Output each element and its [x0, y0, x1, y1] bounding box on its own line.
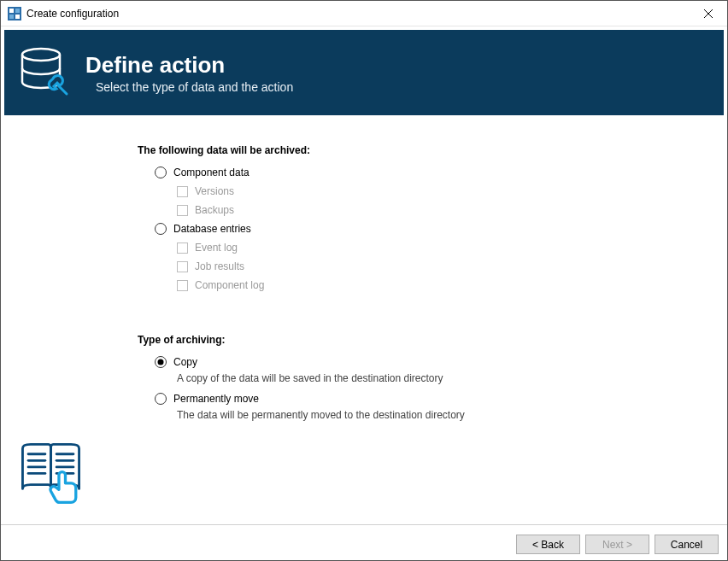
radio-icon [155, 223, 167, 235]
checkbox-backups[interactable]: Backups [177, 204, 710, 216]
next-button[interactable]: Next > [585, 535, 649, 554]
radio-icon [155, 356, 167, 368]
title-bar: Create configuration [1, 1, 727, 26]
checkbox-icon [177, 186, 188, 197]
checkbox-event-log[interactable]: Event log [177, 242, 710, 254]
section-archive-data-title: The following data will be archived: [138, 144, 710, 156]
radio-label: Database entries [173, 223, 251, 235]
desc-move: The data will be permanently moved to th… [177, 409, 710, 421]
radio-label: Component data [173, 167, 250, 178]
svg-rect-2 [15, 9, 20, 13]
back-button[interactable]: < Back [516, 535, 580, 554]
checkbox-icon [177, 243, 188, 254]
radio-label: Copy [173, 356, 197, 368]
database-wrench-icon [13, 43, 77, 102]
content-area: The following data will be archived: Com… [1, 119, 727, 524]
svg-point-7 [22, 49, 60, 61]
radio-copy[interactable]: Copy [155, 356, 710, 368]
close-button[interactable] [689, 1, 727, 26]
radio-icon [155, 167, 167, 178]
radio-component-data[interactable]: Component data [155, 167, 710, 178]
radio-icon [155, 393, 167, 405]
checkbox-label: Backups [195, 204, 234, 216]
checkbox-label: Versions [195, 185, 234, 197]
svg-rect-1 [9, 9, 14, 13]
cancel-button[interactable]: Cancel [655, 535, 719, 554]
checkbox-icon [177, 261, 188, 272]
section-archive-type-title: Type of archiving: [138, 334, 710, 346]
page-title: Define action [85, 52, 293, 79]
checkbox-label: Event log [195, 242, 238, 254]
page-subtitle: Select the type of data and the action [96, 80, 293, 94]
checkbox-icon [177, 280, 188, 291]
desc-copy: A copy of the data will be saved in the … [177, 372, 710, 384]
checkbox-label: Component log [195, 279, 264, 291]
header-banner: Define action Select the type of data an… [4, 30, 724, 115]
svg-line-8 [57, 85, 67, 94]
book-hand-icon [15, 436, 87, 509]
svg-rect-4 [15, 15, 20, 19]
checkbox-component-log[interactable]: Component log [177, 279, 710, 291]
checkbox-job-results[interactable]: Job results [177, 260, 710, 272]
window-title: Create configuration [26, 8, 689, 20]
radio-database-entries[interactable]: Database entries [155, 223, 710, 235]
radio-label: Permanently move [173, 393, 259, 405]
checkbox-icon [177, 205, 188, 216]
checkbox-versions[interactable]: Versions [177, 185, 710, 197]
checkbox-label: Job results [195, 260, 244, 272]
radio-permanently-move[interactable]: Permanently move [155, 393, 710, 405]
app-icon [8, 7, 21, 20]
footer-buttons: < Back Next > Cancel [1, 524, 727, 561]
svg-rect-3 [9, 15, 14, 19]
